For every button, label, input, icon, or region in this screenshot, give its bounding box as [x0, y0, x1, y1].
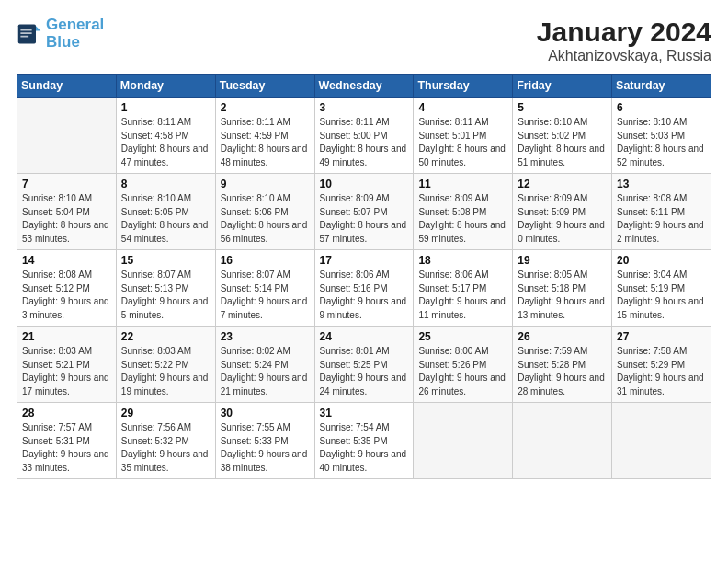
calendar-cell: 28Sunrise: 7:57 AM Sunset: 5:31 PM Dayli…: [17, 403, 117, 479]
location: Akhtanizovskaya, Russia: [537, 48, 711, 64]
day-info: Sunrise: 8:07 AM Sunset: 5:14 PM Dayligh…: [221, 269, 310, 322]
svg-rect-4: [20, 35, 28, 37]
calendar-body: 1Sunrise: 8:11 AM Sunset: 4:58 PM Daylig…: [17, 98, 711, 479]
day-info: Sunrise: 8:08 AM Sunset: 5:12 PM Dayligh…: [22, 269, 111, 322]
day-info: Sunrise: 8:10 AM Sunset: 5:05 PM Dayligh…: [121, 192, 210, 246]
calendar-cell: 27Sunrise: 7:58 AM Sunset: 5:29 PM Dayli…: [612, 327, 711, 403]
day-info: Sunrise: 7:57 AM Sunset: 5:31 PM Dayligh…: [22, 421, 111, 475]
calendar-cell: 2Sunrise: 8:11 AM Sunset: 4:59 PM Daylig…: [215, 98, 314, 174]
logo-blue: Blue: [46, 33, 80, 51]
day-number: 29: [121, 407, 210, 419]
calendar-cell: 7Sunrise: 8:10 AM Sunset: 5:04 PM Daylig…: [17, 174, 117, 250]
page: General Blue January 2024 Akhtanizovskay…: [0, 0, 728, 563]
header-saturday: Saturday: [612, 75, 711, 98]
day-number: 28: [22, 407, 111, 419]
day-info: Sunrise: 8:00 AM Sunset: 5:26 PM Dayligh…: [418, 345, 507, 398]
calendar-cell: 9Sunrise: 8:10 AM Sunset: 5:06 PM Daylig…: [215, 174, 314, 250]
calendar-table: Sunday Monday Tuesday Wednesday Thursday…: [17, 74, 711, 479]
svg-marker-1: [36, 26, 40, 30]
day-info: Sunrise: 7:59 AM Sunset: 5:28 PM Dayligh…: [518, 345, 607, 398]
day-info: Sunrise: 8:02 AM Sunset: 5:24 PM Dayligh…: [221, 345, 310, 398]
day-number: 16: [221, 254, 310, 267]
header-sunday: Sunday: [17, 75, 117, 98]
calendar-cell: 10Sunrise: 8:09 AM Sunset: 5:07 PM Dayli…: [314, 174, 414, 250]
day-number: 21: [22, 330, 111, 343]
calendar-cell: [17, 98, 117, 174]
day-info: Sunrise: 8:09 AM Sunset: 5:08 PM Dayligh…: [418, 192, 507, 246]
logo-general: General: [46, 16, 104, 33]
logo-icon: [17, 21, 42, 47]
calendar-cell: [513, 403, 612, 479]
header: General Blue January 2024 Akhtanizovskay…: [17, 17, 711, 64]
day-info: Sunrise: 7:54 AM Sunset: 5:35 PM Dayligh…: [320, 421, 409, 475]
calendar-cell: 26Sunrise: 7:59 AM Sunset: 5:28 PM Dayli…: [513, 327, 612, 403]
day-info: Sunrise: 8:06 AM Sunset: 5:16 PM Dayligh…: [320, 269, 409, 322]
day-info: Sunrise: 8:09 AM Sunset: 5:07 PM Dayligh…: [320, 192, 409, 246]
day-number: 17: [320, 254, 409, 267]
day-number: 4: [418, 101, 507, 114]
calendar-cell: 12Sunrise: 8:09 AM Sunset: 5:09 PM Dayli…: [513, 174, 612, 250]
calendar-cell: 23Sunrise: 8:02 AM Sunset: 5:24 PM Dayli…: [215, 327, 314, 403]
calendar-cell: 18Sunrise: 8:06 AM Sunset: 5:17 PM Dayli…: [414, 250, 513, 327]
day-info: Sunrise: 8:08 AM Sunset: 5:11 PM Dayligh…: [617, 192, 706, 246]
calendar-cell: 5Sunrise: 8:10 AM Sunset: 5:02 PM Daylig…: [513, 98, 612, 174]
calendar-cell: 22Sunrise: 8:03 AM Sunset: 5:22 PM Dayli…: [116, 327, 215, 403]
calendar-cell: 16Sunrise: 8:07 AM Sunset: 5:14 PM Dayli…: [215, 250, 314, 327]
calendar-cell: 15Sunrise: 8:07 AM Sunset: 5:13 PM Dayli…: [116, 250, 215, 327]
calendar-cell: 24Sunrise: 8:01 AM Sunset: 5:25 PM Dayli…: [314, 327, 414, 403]
calendar-cell: 3Sunrise: 8:11 AM Sunset: 5:00 PM Daylig…: [314, 98, 414, 174]
day-number: 5: [518, 101, 607, 114]
day-number: 22: [121, 330, 210, 343]
calendar-cell: 14Sunrise: 8:08 AM Sunset: 5:12 PM Dayli…: [17, 250, 117, 327]
calendar-cell: 17Sunrise: 8:06 AM Sunset: 5:16 PM Dayli…: [314, 250, 414, 327]
day-info: Sunrise: 8:10 AM Sunset: 5:04 PM Dayligh…: [22, 192, 111, 246]
calendar-cell: 31Sunrise: 7:54 AM Sunset: 5:35 PM Dayli…: [314, 403, 414, 479]
calendar-cell: 1Sunrise: 8:11 AM Sunset: 4:58 PM Daylig…: [116, 98, 215, 174]
day-number: 7: [22, 178, 111, 190]
day-number: 25: [418, 330, 507, 343]
day-number: 6: [617, 101, 706, 114]
day-info: Sunrise: 8:11 AM Sunset: 5:01 PM Dayligh…: [418, 116, 507, 169]
day-info: Sunrise: 8:09 AM Sunset: 5:09 PM Dayligh…: [518, 192, 607, 246]
day-info: Sunrise: 8:11 AM Sunset: 4:59 PM Dayligh…: [221, 116, 310, 169]
calendar-cell: 25Sunrise: 8:00 AM Sunset: 5:26 PM Dayli…: [414, 327, 513, 403]
day-number: 20: [617, 254, 706, 267]
calendar-header: Sunday Monday Tuesday Wednesday Thursday…: [17, 75, 711, 98]
svg-rect-3: [20, 32, 31, 34]
calendar-cell: 21Sunrise: 8:03 AM Sunset: 5:21 PM Dayli…: [17, 327, 117, 403]
day-info: Sunrise: 8:03 AM Sunset: 5:22 PM Dayligh…: [121, 345, 210, 398]
calendar-cell: 6Sunrise: 8:10 AM Sunset: 5:03 PM Daylig…: [612, 98, 711, 174]
calendar-cell: 13Sunrise: 8:08 AM Sunset: 5:11 PM Dayli…: [612, 174, 711, 250]
day-number: 10: [320, 178, 409, 190]
day-number: 18: [418, 254, 507, 267]
calendar-cell: [612, 403, 711, 479]
day-info: Sunrise: 8:06 AM Sunset: 5:17 PM Dayligh…: [418, 269, 507, 322]
calendar-cell: 20Sunrise: 8:04 AM Sunset: 5:19 PM Dayli…: [612, 250, 711, 327]
day-info: Sunrise: 7:58 AM Sunset: 5:29 PM Dayligh…: [617, 345, 706, 398]
day-number: 19: [518, 254, 607, 267]
header-wednesday: Wednesday: [314, 75, 414, 98]
weekday-header-row: Sunday Monday Tuesday Wednesday Thursday…: [17, 75, 711, 98]
day-number: 23: [221, 330, 310, 343]
day-info: Sunrise: 8:10 AM Sunset: 5:06 PM Dayligh…: [221, 192, 310, 246]
calendar-cell: 29Sunrise: 7:56 AM Sunset: 5:32 PM Dayli…: [116, 403, 215, 479]
day-number: 2: [221, 101, 310, 114]
day-number: 8: [121, 178, 210, 190]
calendar-cell: 11Sunrise: 8:09 AM Sunset: 5:08 PM Dayli…: [414, 174, 513, 250]
header-friday: Friday: [513, 75, 612, 98]
day-info: Sunrise: 8:05 AM Sunset: 5:18 PM Dayligh…: [518, 269, 607, 322]
day-number: 26: [518, 330, 607, 343]
day-info: Sunrise: 8:11 AM Sunset: 4:58 PM Dayligh…: [121, 116, 210, 169]
header-tuesday: Tuesday: [215, 75, 314, 98]
day-number: 11: [418, 178, 507, 190]
day-info: Sunrise: 8:10 AM Sunset: 5:02 PM Dayligh…: [518, 116, 607, 169]
day-info: Sunrise: 8:07 AM Sunset: 5:13 PM Dayligh…: [121, 269, 210, 322]
day-number: 15: [121, 254, 210, 267]
svg-rect-2: [20, 29, 31, 30]
day-number: 13: [617, 178, 706, 190]
day-number: 14: [22, 254, 111, 267]
day-info: Sunrise: 7:56 AM Sunset: 5:32 PM Dayligh…: [121, 421, 210, 475]
day-info: Sunrise: 8:11 AM Sunset: 5:00 PM Dayligh…: [320, 116, 409, 169]
logo: General Blue: [17, 17, 104, 51]
header-thursday: Thursday: [414, 75, 513, 98]
